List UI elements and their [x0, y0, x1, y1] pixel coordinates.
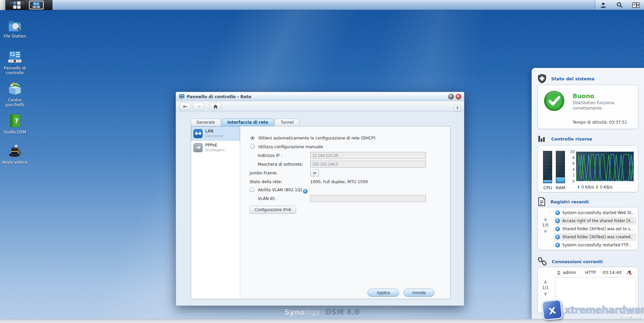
lan-icon — [193, 129, 203, 138]
window-titlebar[interactable]: Pannello di controllo - Rete ✕ — [176, 92, 464, 101]
apply-button[interactable]: Applica — [367, 289, 399, 297]
log-entry[interactable]: i Access right of the shared folder [X..… — [554, 217, 637, 225]
vlan-id-label: VLAN ID: — [258, 196, 276, 201]
log-entry[interactable]: i Shared folder [XHTest] was created. — [554, 233, 637, 241]
recent-logs-title: Registri recenti — [550, 199, 589, 204]
desktop-icon-package-center[interactable]: Centro pacchetti — [0, 81, 30, 108]
connection-user: admin — [563, 270, 585, 275]
desktop-icon-dsm-help[interactable]: ? Guida DSM — [0, 113, 30, 135]
ram-bar — [556, 151, 565, 183]
info-icon: i — [555, 235, 560, 239]
info-icon: i — [555, 243, 560, 247]
logs-page-down-icon[interactable]: ▼ — [540, 230, 551, 234]
subnet-label: Maschera di sottorete: — [258, 162, 303, 167]
disconnect-icon[interactable] — [626, 270, 632, 275]
network-status-label: Stato della rete: — [250, 179, 282, 184]
taskbar-tray — [595, 0, 644, 10]
network-chart-yticks: 1086420 — [569, 150, 575, 183]
connection-time: 03:14:40 — [603, 270, 626, 275]
log-entry[interactable]: i System successfully started Web St... — [554, 209, 637, 217]
upload-arrow-icon: ⬆ — [577, 185, 580, 190]
connections-icon — [538, 257, 547, 266]
connections-title: Connessioni correnti — [552, 259, 603, 264]
cpu-label: CPU — [541, 185, 554, 190]
desktop-icon-label: Pannello di controllo — [0, 66, 30, 76]
logs-pager: ▲ 1/5 ▼ — [540, 217, 551, 234]
tab-interfaccia-di-rete[interactable]: Interfaccia di rete — [222, 119, 274, 126]
log-entry[interactable]: i Shared folder [XHTest] was set to s... — [554, 225, 637, 233]
desktop-icon-control-panel[interactable]: Pannello di controllo — [0, 49, 30, 76]
subnet-input[interactable] — [310, 161, 426, 168]
user-icon — [557, 270, 561, 275]
tab-strip: Generale Interfaccia di rete Tunnel — [191, 119, 299, 126]
interface-item-pppoe[interactable]: PPPoE Scollegato — [191, 140, 240, 155]
help-button[interactable]: ? — [454, 105, 461, 112]
ipv6-config-button[interactable]: Configurazione IPv6 — [250, 206, 296, 214]
brand-logy: logy — [305, 308, 320, 316]
desktop-icon-file-station[interactable]: File Station — [0, 17, 30, 39]
log-entry[interactable]: i System successfully restarted FTP... — [554, 241, 637, 249]
tab-tunnel[interactable]: Tunnel — [275, 119, 299, 126]
interface-item-lan[interactable]: LAN Connesso — [191, 126, 240, 140]
close-button[interactable]: ✕ — [456, 94, 461, 99]
vlan-id-input[interactable] — [310, 195, 426, 202]
control-panel-icon — [32, 2, 40, 8]
status-text: Buono — [573, 92, 594, 99]
brand-syno: Syno — [284, 308, 305, 316]
status-ok-icon — [544, 90, 565, 111]
resource-monitor-title: Controllo risorse — [551, 136, 592, 142]
tab-generale[interactable]: Generale — [191, 119, 221, 126]
home-icon — [213, 104, 218, 109]
window-title: Pannello di controllo - Rete — [187, 94, 251, 99]
vlan-info-icon[interactable]: i — [303, 189, 308, 194]
interface-status: Scollegato — [205, 148, 224, 152]
ip-label: Indirizzo IP : — [258, 153, 282, 158]
connection-protocol: HTTP — [585, 270, 603, 275]
user-button[interactable] — [598, 1, 608, 9]
manual-config-radio[interactable] — [250, 145, 255, 149]
logs-page-up-icon[interactable]: ▲ — [540, 217, 551, 221]
desktop-icon-label: Avvio veloce — [0, 160, 30, 165]
dhcp-radio[interactable] — [250, 136, 255, 140]
svg-text:?: ? — [14, 117, 19, 125]
ip-input[interactable] — [310, 152, 426, 159]
interface-name: PPPoE — [205, 143, 224, 148]
connections-pager: ▲ 1/1 ▼ — [540, 279, 551, 296]
search-button[interactable] — [614, 1, 624, 9]
window-toolbar: ← → — [176, 101, 464, 112]
jumbo-frame-select[interactable] — [310, 169, 319, 176]
uptime-text: Tempo di attività: 03:37:51 — [573, 120, 627, 125]
cancel-button[interactable]: Annulla — [403, 289, 434, 297]
log-text: Shared folder [XHTest] was set to s... — [562, 227, 634, 231]
pilot-view-button[interactable] — [631, 1, 641, 9]
home-button[interactable] — [210, 103, 221, 110]
xtremehardware-logo: x — [541, 299, 563, 321]
connection-row[interactable]: admin HTTP 03:14:40 — [557, 270, 636, 275]
dhcp-radio-label: Ottieni automaticamente la configurazion… — [258, 136, 375, 140]
system-status-card: Buono DiskStation funziona correttamente… — [537, 85, 638, 129]
status-description: DiskStation funziona correttamente. — [573, 100, 630, 111]
interface-name: LAN — [205, 129, 223, 134]
log-text: System successfully started Web St... — [562, 210, 635, 215]
minimize-button[interactable] — [448, 94, 454, 99]
watermark-text: xtremehardware.it — [565, 304, 644, 316]
widgets-icon — [632, 2, 640, 8]
info-icon: i — [555, 210, 560, 215]
main-menu-button[interactable] — [8, 1, 25, 9]
forward-button[interactable]: → — [193, 103, 204, 110]
desktop-icon-quick-start[interactable]: Avvio veloce — [0, 143, 30, 165]
main-menu-icon — [13, 1, 21, 9]
network-chart — [576, 152, 634, 181]
back-button[interactable]: ← — [179, 103, 191, 110]
dsm-help-icon: ? — [7, 113, 23, 129]
resource-monitor-icon — [538, 134, 546, 143]
resource-monitor-card: CPU RAM 1086420 ⬆ 0 KB/s ⬇ 0 KB/s — [537, 145, 638, 192]
vlan-checkbox[interactable] — [250, 188, 254, 192]
info-icon: i — [555, 218, 560, 223]
show-desktop-button[interactable] — [0, 0, 6, 10]
connections-page-up-icon[interactable]: ▲ — [540, 279, 551, 283]
jumbo-frame-label: Jumbo Frame: — [250, 171, 278, 175]
file-station-icon — [7, 17, 23, 33]
connections-page-down-icon[interactable]: ▼ — [540, 292, 551, 296]
taskbar-item-control-panel[interactable] — [29, 1, 44, 9]
